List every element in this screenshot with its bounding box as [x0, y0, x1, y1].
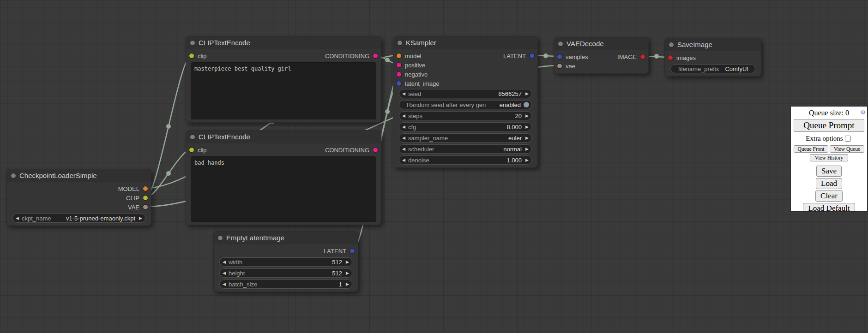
- decrement-arrow-icon[interactable]: ◀: [399, 91, 408, 96]
- collapse-dot-icon[interactable]: [190, 41, 195, 45]
- collapse-dot-icon[interactable]: [669, 42, 674, 47]
- settings-gear-icon[interactable]: ⚙: [860, 109, 866, 116]
- node-title-bar[interactable]: CLIPTextEncode: [186, 36, 381, 49]
- queue-prompt-button[interactable]: Queue Prompt: [794, 119, 864, 132]
- samples-input-dot[interactable]: [557, 54, 562, 59]
- decrement-arrow-icon[interactable]: ◀: [399, 113, 408, 118]
- increment-arrow-icon[interactable]: ▶: [343, 271, 352, 275]
- next-arrow-icon[interactable]: ▶: [523, 136, 531, 140]
- slot-row-samples-image: samples IMAGE: [554, 52, 648, 61]
- node-empty-latent-image[interactable]: EmptyLatentImage LATENT ◀ width 512 ▶ ◀ …: [213, 231, 358, 292]
- widget-value: normal: [503, 146, 522, 153]
- link-midpoint-dot: [166, 171, 171, 176]
- vae-input-dot[interactable]: [557, 64, 562, 68]
- prev-arrow-icon[interactable]: ◀: [399, 136, 408, 140]
- sampler-name-widget[interactable]: ◀ sampler_name euler ▶: [399, 133, 532, 143]
- increment-arrow-icon[interactable]: ▶: [523, 113, 531, 118]
- graph-canvas[interactable]: CheckpointLoaderSimple MODEL CLIP VAE ◀ …: [0, 0, 868, 333]
- slot-row-clip-conditioning: clip CONDITIONING: [186, 145, 381, 155]
- model-output-dot[interactable]: [143, 186, 148, 191]
- toggle-knob[interactable]: [524, 102, 529, 107]
- node-title-bar[interactable]: SaveImage: [665, 38, 761, 51]
- view-queue-button[interactable]: View Queue: [830, 145, 864, 153]
- clip-output-dot[interactable]: [143, 196, 148, 200]
- node-title-bar[interactable]: EmptyLatentImage: [214, 232, 358, 244]
- clear-button[interactable]: Clear: [815, 190, 843, 202]
- batch-size-widget[interactable]: ◀ batch_size 1 ▶: [219, 279, 352, 289]
- widget-label: cfg: [408, 124, 416, 131]
- decrement-arrow-icon[interactable]: ◀: [220, 260, 229, 264]
- load-default-button[interactable]: Load Default: [803, 203, 855, 212]
- model-input-dot[interactable]: [397, 54, 401, 58]
- node-title: SaveImage: [677, 41, 712, 48]
- next-arrow-icon[interactable]: ▶: [523, 147, 531, 151]
- output-slot-model: MODEL: [7, 184, 151, 193]
- width-widget[interactable]: ◀ width 512 ▶: [219, 257, 352, 267]
- increment-arrow-icon[interactable]: ▶: [523, 158, 531, 162]
- output-label: CONDITIONING: [325, 147, 381, 154]
- denoise-widget[interactable]: ◀ denoise 1.000 ▶: [399, 155, 532, 165]
- collapse-dot-icon[interactable]: [11, 173, 16, 178]
- prev-arrow-icon[interactable]: ◀: [399, 147, 408, 151]
- output-label: CONDITIONING: [325, 53, 381, 59]
- conditioning-output-dot[interactable]: [373, 54, 378, 58]
- widget-label: seed: [408, 90, 421, 97]
- increment-arrow-icon[interactable]: ▶: [523, 91, 531, 96]
- positive-prompt-textarea[interactable]: masterpiece best quality girl: [191, 62, 376, 119]
- latent-image-input-dot[interactable]: [397, 81, 401, 86]
- queue-front-button[interactable]: Queue Front: [794, 145, 828, 153]
- increment-arrow-icon[interactable]: ▶: [343, 282, 352, 286]
- random-seed-toggle[interactable]: Random seed after every gen enabled: [399, 100, 532, 109]
- clip-input-dot[interactable]: [189, 54, 194, 58]
- filename-prefix-widget[interactable]: filename_prefix ComfyUI: [670, 64, 755, 73]
- extra-options-label: Extra options: [806, 135, 843, 142]
- node-title-bar[interactable]: KSampler: [393, 36, 537, 49]
- node-title-bar[interactable]: CLIPTextEncode: [186, 131, 381, 143]
- negative-input-dot[interactable]: [397, 72, 401, 77]
- ckpt-name-widget[interactable]: ◀ ckpt_name v1-5-pruned-emaonly.ckpt ▶: [12, 214, 145, 223]
- next-arrow-icon[interactable]: ▶: [136, 216, 145, 220]
- node-ksampler[interactable]: KSampler model LATENT positive negative …: [393, 36, 538, 168]
- widget-value: euler: [508, 135, 522, 142]
- height-widget[interactable]: ◀ height 512 ▶: [219, 268, 352, 278]
- collapse-dot-icon[interactable]: [190, 135, 195, 139]
- conditioning-output-dot[interactable]: [373, 148, 378, 152]
- node-title: EmptyLatentImage: [226, 234, 284, 242]
- collapse-dot-icon[interactable]: [218, 236, 223, 240]
- decrement-arrow-icon[interactable]: ◀: [220, 271, 229, 275]
- prev-arrow-icon[interactable]: ◀: [13, 216, 22, 220]
- node-title: CheckpointLoaderSimple: [19, 172, 97, 179]
- widget-value: 1: [339, 281, 342, 288]
- decrement-arrow-icon[interactable]: ◀: [399, 158, 408, 162]
- decrement-arrow-icon[interactable]: ◀: [220, 282, 229, 286]
- increment-arrow-icon[interactable]: ▶: [343, 260, 352, 264]
- clip-input-dot[interactable]: [189, 148, 194, 152]
- steps-widget[interactable]: ◀ steps 20 ▶: [399, 111, 532, 120]
- collapse-dot-icon[interactable]: [558, 42, 563, 46]
- positive-input-dot[interactable]: [397, 63, 401, 67]
- vae-output-dot[interactable]: [143, 205, 148, 209]
- load-button[interactable]: Load: [816, 178, 842, 189]
- scheduler-widget[interactable]: ◀ scheduler normal ▶: [399, 144, 532, 154]
- latent-output-dot[interactable]: [530, 54, 534, 58]
- node-checkpoint-loader-simple[interactable]: CheckpointLoaderSimple MODEL CLIP VAE ◀ …: [6, 169, 151, 226]
- decrement-arrow-icon[interactable]: ◀: [399, 125, 408, 129]
- image-output-dot[interactable]: [640, 54, 645, 59]
- view-history-button[interactable]: View History: [810, 154, 849, 161]
- node-save-image[interactable]: SaveImage images filename_prefix ComfyUI: [664, 38, 761, 77]
- negative-prompt-textarea[interactable]: bad hands: [191, 156, 376, 222]
- extra-options-checkbox[interactable]: [845, 136, 851, 142]
- node-clip-text-encode-negative[interactable]: CLIPTextEncode clip CONDITIONING bad han…: [186, 130, 381, 225]
- node-title-bar[interactable]: CheckpointLoaderSimple: [7, 169, 151, 182]
- node-title: CLIPTextEncode: [199, 39, 250, 47]
- node-title-bar[interactable]: VAEDecode: [554, 37, 648, 50]
- images-input-dot[interactable]: [668, 55, 673, 60]
- latent-output-dot[interactable]: [350, 249, 355, 253]
- node-vae-decode[interactable]: VAEDecode samples IMAGE vae: [554, 37, 649, 74]
- increment-arrow-icon[interactable]: ▶: [523, 125, 531, 129]
- cfg-widget[interactable]: ◀ cfg 8.000 ▶: [399, 122, 532, 131]
- node-clip-text-encode-positive[interactable]: CLIPTextEncode clip CONDITIONING masterp…: [186, 36, 381, 123]
- save-button[interactable]: Save: [816, 166, 842, 177]
- seed-widget[interactable]: ◀ seed 8566257 ▶: [399, 89, 532, 98]
- collapse-dot-icon[interactable]: [398, 41, 402, 45]
